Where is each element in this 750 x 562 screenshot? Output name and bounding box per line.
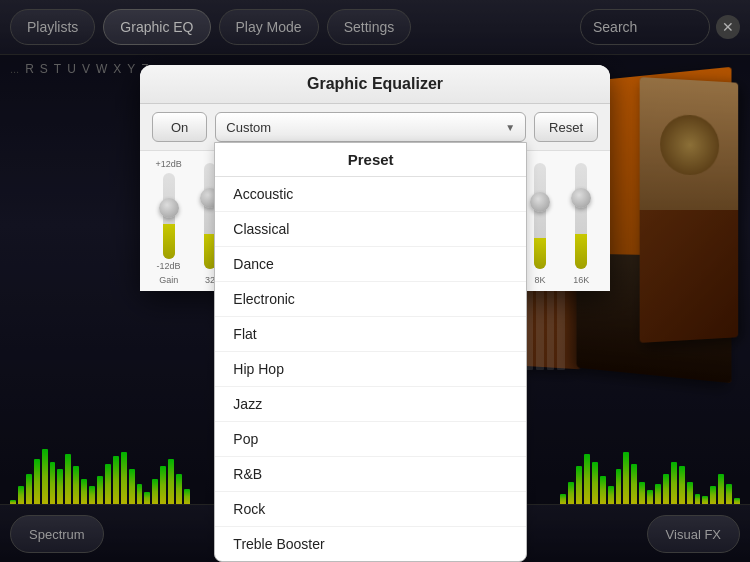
eq-slider-col-16K: 16K xyxy=(565,159,598,285)
chevron-down-icon: ▼ xyxy=(505,122,515,133)
preset-item[interactable]: R&B xyxy=(215,457,526,492)
preset-item[interactable]: Pop xyxy=(215,422,526,457)
eq-freq-label-16K: 16K xyxy=(573,275,589,285)
eq-preset-wrapper: Custom ▼ Preset AccousticClassicalDanceE… xyxy=(215,112,526,142)
eq-freq-label-Gain: Gain xyxy=(159,275,178,285)
eq-title-bar: Graphic Equalizer xyxy=(140,65,610,104)
preset-item[interactable]: Electronic xyxy=(215,282,526,317)
eq-slider-fill-Gain xyxy=(163,224,175,259)
preset-item[interactable]: Classical xyxy=(215,212,526,247)
eq-dialog: Graphic Equalizer On Custom ▼ Preset Acc… xyxy=(140,65,610,291)
preset-item[interactable]: Accoustic xyxy=(215,177,526,212)
eq-db-bottom-label: -12dB xyxy=(157,261,181,271)
eq-overlay: Graphic Equalizer On Custom ▼ Preset Acc… xyxy=(0,0,750,562)
preset-item[interactable]: Dance xyxy=(215,247,526,282)
eq-slider-track-8K[interactable] xyxy=(534,163,546,269)
eq-slider-thumb-Gain[interactable] xyxy=(159,198,179,218)
preset-dropdown-header: Preset xyxy=(215,143,526,177)
preset-item[interactable]: Flat xyxy=(215,317,526,352)
preset-dropdown: Preset AccousticClassicalDanceElectronic… xyxy=(214,142,527,562)
eq-preset-select[interactable]: Custom ▼ xyxy=(215,112,526,142)
eq-on-button[interactable]: On xyxy=(152,112,207,142)
eq-dialog-title: Graphic Equalizer xyxy=(307,75,443,92)
preset-item[interactable]: Hip Hop xyxy=(215,352,526,387)
eq-slider-thumb-16K[interactable] xyxy=(571,188,591,208)
eq-slider-track-16K[interactable] xyxy=(575,163,587,269)
eq-slider-col-Gain: +12dB-12dBGain xyxy=(152,159,185,285)
eq-reset-button[interactable]: Reset xyxy=(534,112,598,142)
eq-slider-thumb-8K[interactable] xyxy=(530,192,550,212)
preset-items-list: AccousticClassicalDanceElectronicFlatHip… xyxy=(215,177,526,561)
eq-preset-value: Custom xyxy=(226,120,271,135)
preset-item[interactable]: Rock xyxy=(215,492,526,527)
preset-item[interactable]: Jazz xyxy=(215,387,526,422)
eq-slider-fill-16K xyxy=(575,234,587,269)
eq-freq-label-8K: 8K xyxy=(535,275,546,285)
eq-slider-track-Gain[interactable] xyxy=(163,173,175,259)
eq-slider-fill-8K xyxy=(534,238,546,270)
eq-db-top-label: +12dB xyxy=(155,159,181,169)
eq-slider-col-8K: 8K xyxy=(523,159,556,285)
eq-controls-row: On Custom ▼ Preset AccousticClassicalDan… xyxy=(140,104,610,151)
preset-item[interactable]: Treble Booster xyxy=(215,527,526,561)
